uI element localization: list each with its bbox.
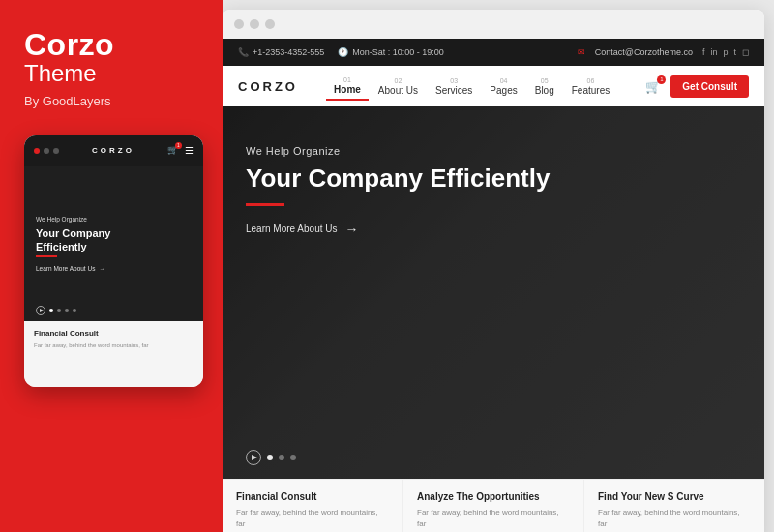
hours-item: 🕐 Mon-Sat : 10:00 - 19:00 [338,47,444,57]
consult-button[interactable]: Get Consult [670,75,749,98]
mobile-dots [34,148,59,154]
nav-right: 🛒 1 Get Consult [645,75,749,98]
facebook-icon[interactable]: f [702,47,705,57]
browser-dot-1 [234,19,244,29]
twitter-icon[interactable]: t [733,47,736,57]
business-hours: Mon-Sat : 10:00 - 19:00 [352,47,444,57]
mobile-dot-1 [34,148,40,154]
mobile-learn-more-text: Learn More About Us [36,265,95,272]
browser-dot-3 [265,19,275,29]
clock-icon: 🕐 [338,47,348,57]
email-address: Contact@Corzotheme.co [595,47,693,57]
phone-icon: 📞 [238,47,249,57]
hero-dot-1[interactable] [267,455,273,460]
card-analyze: Analyze The Opportunities Far far away, … [403,480,584,532]
mobile-hero-title: Your CompanyEfficiently [36,226,192,254]
nav-features[interactable]: 06 Features [564,74,617,100]
phone-number: +1-2353-4352-555 [253,47,324,57]
mobile-slide-2 [57,309,61,312]
browser-window: 📞 +1-2353-4352-555 🕐 Mon-Sat : 10:00 - 1… [223,10,764,532]
hero-section: We Help Organize Your Company Efficientl… [223,106,764,479]
instagram-icon[interactable]: ◻ [742,47,749,57]
mobile-hero-underline [36,255,57,257]
mobile-learn-more: Learn More About Us → [36,265,192,272]
bottom-cards: Financial Consult Far far away, behind t… [223,479,764,532]
hero-small-title: We Help Organize [246,145,741,157]
mobile-slide-4 [73,309,76,312]
nav-services[interactable]: 03 Services [428,74,480,100]
hero-learn-more[interactable]: Learn More About Us → [246,222,741,237]
brand-name: Corzo [24,29,198,60]
hero-learn-more-text: Learn More About Us [246,223,338,234]
nav-home[interactable]: 01 Home [326,73,369,101]
linkedin-icon[interactable]: in [710,47,717,57]
mobile-slider-dots [36,306,76,315]
nav-blog[interactable]: 05 Blog [527,74,562,100]
social-links: f in p t ◻ [702,47,749,57]
website-content: 📞 +1-2353-4352-555 🕐 Mon-Sat : 10:00 - 1… [223,39,764,532]
topbar-left: 📞 +1-2353-4352-555 🕐 Mon-Sat : 10:00 - 1… [238,47,444,57]
hero-content: We Help Organize Your Company Efficientl… [223,106,764,450]
hero-underline [246,203,284,206]
card-3-text: Far far away, behind the word mountains,… [598,507,751,530]
mobile-mockup: CORZO 🛒 1 ☰ We Help Organize Your Compan… [24,135,203,387]
nav-logo: CORZO [238,79,298,94]
nav-about[interactable]: 02 About Us [371,74,426,100]
cart-button[interactable]: 🛒 1 [645,79,661,94]
hero-play-button[interactable] [246,450,261,465]
mobile-play-triangle [40,309,44,312]
hero-dot-2[interactable] [279,455,284,460]
browser-chrome [223,10,764,39]
mobile-learn-more-arrow: → [99,265,105,272]
mobile-bottom-section: Financial Consult Far far away, behind t… [24,321,203,387]
mobile-logo: CORZO [92,146,134,155]
hero-main-title: Your Company Efficiently [246,164,594,193]
mobile-card-text: Far far away, behind the word mountains,… [34,341,194,349]
left-panel: Corzo Theme By GoodLayers CORZO 🛒 1 ☰ We… [0,0,223,532]
card-1-title: Financial Consult [236,491,389,502]
browser-dot-2 [250,19,259,29]
hero-dot-3[interactable] [290,455,296,460]
card-1-text: Far far away, behind the word mountains,… [236,507,389,530]
nav-pages[interactable]: 04 Pages [482,74,524,100]
card-curve: Find Your New S Curve Far far away, behi… [584,480,764,532]
mobile-cart-badge: 1 [175,142,182,149]
pinterest-icon[interactable]: p [723,47,728,57]
card-3-title: Find Your New S Curve [598,491,751,502]
mobile-slide-3 [65,309,69,312]
mobile-hero-small: We Help Organize [36,216,192,222]
mobile-topbar: CORZO 🛒 1 ☰ [24,135,203,166]
brand-by: By GoodLayers [24,94,198,108]
mobile-play-btn[interactable] [36,306,45,315]
card-2-text: Far far away, behind the word mountains,… [417,507,570,530]
mobile-menu-icon: ☰ [185,145,194,156]
nav-links: 01 Home 02 About Us 03 Services 04 Pages… [326,73,617,101]
mobile-icons: 🛒 1 ☰ [167,145,194,157]
card-2-title: Analyze The Opportunities [417,491,570,502]
hero-play-triangle [252,455,257,460]
hero-arrow-icon: → [345,222,359,237]
topbar-right: ✉ Contact@Corzotheme.co f in p t ◻ [578,47,749,57]
mobile-dot-3 [53,148,59,154]
mobile-hero: We Help Organize Your CompanyEfficiently… [24,166,203,321]
email-icon: ✉ [578,47,585,57]
mobile-dot-2 [44,148,49,154]
site-topbar: 📞 +1-2353-4352-555 🕐 Mon-Sat : 10:00 - 1… [223,39,764,66]
card-financial: Financial Consult Far far away, behind t… [223,480,403,532]
cart-badge: 1 [657,75,666,84]
phone-item: 📞 +1-2353-4352-555 [238,47,324,57]
site-navigation: CORZO 01 Home 02 About Us 03 Services 04… [223,66,764,106]
brand-sub: Theme [24,60,198,88]
mobile-card-title: Financial Consult [34,329,194,338]
mobile-slide-1 [49,309,53,312]
hero-slider-controls [223,450,764,479]
mobile-cart-icon: 🛒 1 [167,145,179,157]
